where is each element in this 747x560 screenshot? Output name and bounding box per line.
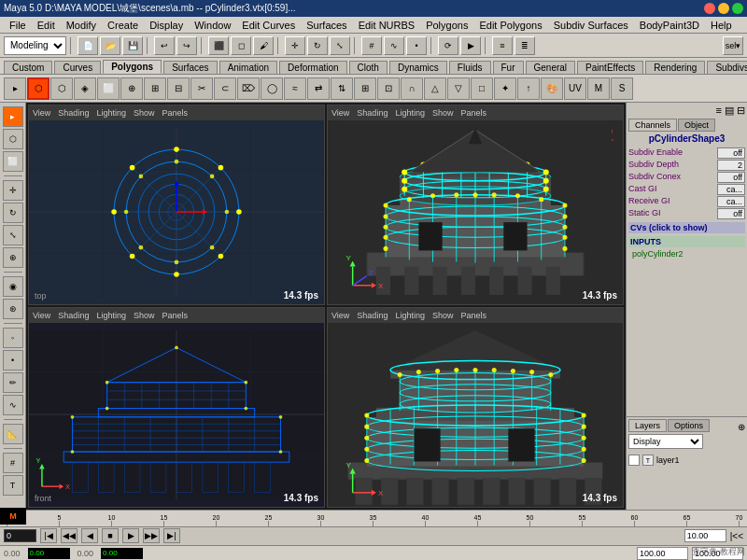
tb-snap-grid[interactable]: # — [361, 36, 382, 55]
pb-rewind[interactable]: |◀ — [40, 528, 57, 543]
vp-persp-view[interactable]: View — [331, 108, 349, 118]
icon-split[interactable]: ⊟ — [167, 77, 190, 100]
menu-edit-nurbs[interactable]: Edit NURBS — [353, 20, 421, 31]
menu-surfaces[interactable]: Surfaces — [301, 20, 352, 31]
vp-side-lighting[interactable]: Lighting — [395, 311, 425, 320]
menu-window[interactable]: Window — [189, 20, 236, 31]
menu-display[interactable]: Display — [144, 20, 189, 31]
modeling-dropdown[interactable]: Modeling — [4, 36, 66, 55]
vp-persp-panels[interactable]: Panels — [460, 108, 486, 118]
layer-vis-1[interactable] — [628, 455, 640, 466]
close-button[interactable] — [704, 3, 715, 14]
lt-pencil[interactable]: ✏ — [3, 372, 23, 393]
cb-tab-object[interactable]: Object — [678, 119, 715, 132]
icon-combine[interactable]: ⊞ — [354, 77, 376, 100]
frame-arrow[interactable]: |<< — [730, 531, 743, 541]
tb-paint[interactable]: 🖌 — [253, 36, 274, 55]
cb-icon-3[interactable]: ⊟ — [737, 105, 745, 117]
cb-poly-cylinder[interactable]: polyCylinder2 — [628, 248, 745, 259]
pb-stop[interactable]: ■ — [102, 528, 119, 543]
lt-universal[interactable]: ⊕ — [3, 247, 23, 268]
icon-cut[interactable]: ✂ — [190, 77, 213, 100]
icon-reduce[interactable]: △ — [424, 77, 446, 100]
tab-deformation[interactable]: Deformation — [279, 61, 346, 74]
vp-front-show[interactable]: Show — [134, 311, 155, 320]
icon-average[interactable]: ≈ — [284, 77, 306, 100]
tb-open[interactable]: 📂 — [100, 36, 120, 55]
tb-attr[interactable]: ≡ — [492, 36, 513, 55]
menu-edit-curves[interactable]: Edit Curves — [236, 20, 301, 31]
vp-top-show[interactable]: Show — [134, 108, 155, 118]
lt-measure[interactable]: 📐 — [3, 424, 23, 444]
icon-bridge[interactable]: ⬜ — [97, 77, 120, 100]
tb-lasso[interactable]: ◻ — [231, 36, 251, 55]
pb-play-back[interactable]: ◀ — [81, 528, 98, 543]
tb-snap-curve[interactable]: ∿ — [384, 36, 404, 55]
icon-merge[interactable]: ⊂ — [214, 77, 236, 100]
tab-dynamics[interactable]: Dynamics — [389, 61, 447, 74]
icon-mel[interactable]: M — [587, 77, 610, 100]
lt-move[interactable]: ✛ — [3, 180, 23, 201]
lt-rotate[interactable]: ↻ — [3, 203, 23, 223]
vp-front-shading[interactable]: Shading — [58, 311, 89, 320]
menu-bodypaint[interactable]: BodyPaint3D — [634, 20, 705, 31]
viewport-persp[interactable]: View Shading Lighting Show Panels 2 — [327, 105, 624, 305]
vp-persp-shading[interactable]: Shading — [357, 108, 388, 118]
tab-rendering[interactable]: Rendering — [645, 61, 705, 74]
cb-icon-1[interactable]: ≡ — [716, 105, 722, 117]
minimize-button[interactable] — [718, 3, 729, 14]
status-time-input[interactable] — [101, 548, 143, 559]
viewport-top[interactable]: View Shading Lighting Show Panels — [28, 105, 325, 305]
icon-boolean[interactable]: ∩ — [401, 77, 423, 100]
tab-fluids[interactable]: Fluids — [449, 61, 491, 74]
icon-select[interactable]: ▸ — [4, 77, 26, 100]
icon-mirror[interactable]: ⇅ — [331, 77, 353, 100]
cb-val-3[interactable]: ca... — [717, 184, 745, 195]
menu-edit[interactable]: Edit — [32, 20, 61, 31]
pb-play[interactable]: ▶ — [122, 528, 139, 543]
menu-modify[interactable]: Modify — [61, 20, 102, 31]
icon-smooth[interactable]: ◯ — [261, 77, 283, 100]
icon-normals[interactable]: ↑ — [517, 77, 540, 100]
cb-icon-2[interactable]: ▤ — [725, 105, 734, 117]
lt-scale[interactable]: ⤡ — [3, 225, 23, 245]
lt-cv[interactable]: ◦ — [3, 328, 23, 348]
layer-name-1[interactable]: layer1 — [656, 455, 680, 465]
cb-val-5[interactable]: off — [717, 208, 745, 219]
icon-fill[interactable]: ⊞ — [144, 77, 166, 100]
tab-painteffects[interactable]: PaintEffects — [577, 61, 643, 74]
vp-top-lighting[interactable]: Lighting — [96, 108, 126, 118]
tab-subdivs[interactable]: Subdivs — [707, 61, 747, 74]
tb-rotate[interactable]: ↻ — [307, 36, 328, 55]
vp-front-lighting[interactable]: Lighting — [96, 311, 126, 320]
icon-transfer[interactable]: ⇄ — [307, 77, 330, 100]
tb-channel[interactable]: ≣ — [514, 36, 535, 55]
tb-history[interactable]: ⟳ — [438, 36, 458, 55]
icon-poly-tool[interactable]: ⬡ — [27, 77, 49, 100]
tb-render[interactable]: ▶ — [460, 36, 481, 55]
tb-save[interactable]: 💾 — [122, 36, 143, 55]
menu-subdiv[interactable]: Subdiv Surfaces — [548, 20, 634, 31]
lt-arc[interactable]: ∿ — [3, 395, 23, 415]
tab-surfaces[interactable]: Surfaces — [163, 61, 217, 74]
cb-tab-channels[interactable]: Channels — [628, 119, 677, 132]
tb-undo[interactable]: ↩ — [154, 36, 175, 55]
cb-val-1[interactable]: 2 — [717, 160, 745, 171]
vp-top-view[interactable]: View — [33, 108, 50, 118]
frame-start-input[interactable] — [4, 529, 36, 542]
lt-ep[interactable]: • — [3, 350, 23, 371]
layer-type-1[interactable]: T — [642, 455, 654, 466]
tb-select[interactable]: ⬛ — [208, 36, 229, 55]
icon-separate[interactable]: ⊡ — [377, 77, 400, 100]
icon-uv[interactable]: UV — [564, 77, 586, 100]
icon-cleanup[interactable]: ✦ — [494, 77, 516, 100]
tb-new[interactable]: 📄 — [78, 36, 98, 55]
cb-val-2[interactable]: off — [717, 172, 745, 183]
lt-select-tool[interactable]: ▸ — [3, 106, 23, 127]
pb-prev-frame[interactable]: ◀◀ — [61, 528, 78, 543]
menu-edit-polygons[interactable]: Edit Polygons — [473, 20, 547, 31]
vp-persp-show[interactable]: Show — [432, 108, 454, 118]
icon-extrude[interactable]: ⬡ — [50, 77, 73, 100]
tb-move[interactable]: ✛ — [285, 36, 305, 55]
vp-side-panels[interactable]: Panels — [460, 311, 486, 320]
